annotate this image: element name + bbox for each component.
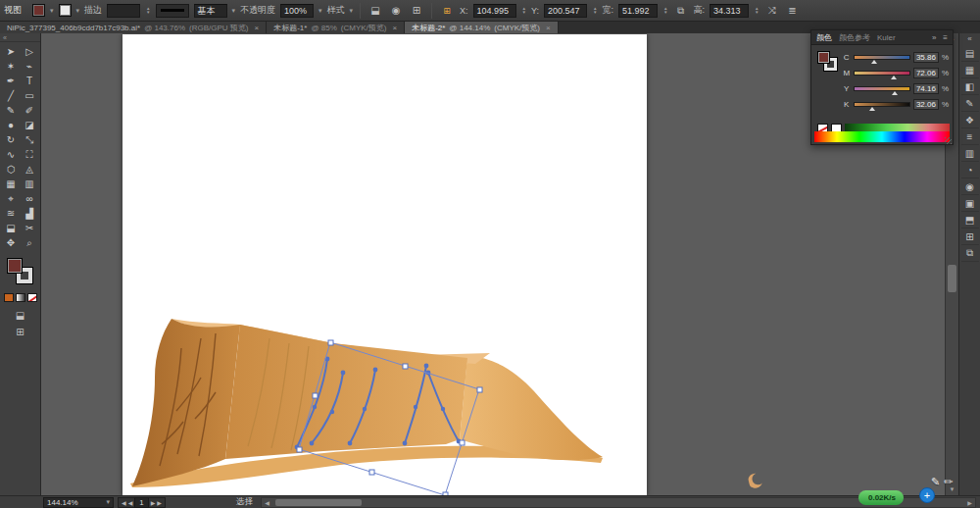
width-field[interactable]: 51.992: [618, 4, 658, 18]
type-tool[interactable]: T: [21, 74, 39, 88]
close-icon[interactable]: ×: [546, 24, 551, 32]
pencil-icon[interactable]: ✏: [944, 476, 953, 488]
collapse-panel-icon[interactable]: »: [932, 33, 936, 42]
prev-artboard-icon[interactable]: ◀: [128, 499, 133, 506]
panel-menu-icon[interactable]: ≡: [943, 33, 948, 42]
cyan-slider-thumb[interactable]: [871, 60, 877, 64]
appearance-panel-icon[interactable]: ◉: [961, 178, 979, 195]
graphic-styles-panel-icon[interactable]: ▣: [961, 195, 979, 212]
next-artboard-icon[interactable]: ▶: [151, 499, 156, 506]
last-artboard-icon[interactable]: ▶: [157, 499, 162, 506]
stroke-panel-icon[interactable]: ≡: [961, 128, 979, 145]
magenta-value-field[interactable]: 72.06: [913, 68, 939, 78]
rotate-tool[interactable]: ↻: [2, 132, 21, 147]
line-segment-tool[interactable]: ╱: [2, 88, 21, 103]
constrain-proportions-icon[interactable]: ⧉: [673, 3, 689, 19]
black-value-field[interactable]: 32.06: [913, 99, 939, 110]
direct-selection-tool[interactable]: ▷: [21, 44, 39, 59]
paintbrush-tool[interactable]: ✎: [2, 103, 21, 118]
magic-wand-tool[interactable]: ✶: [2, 59, 21, 74]
close-icon[interactable]: ×: [392, 24, 397, 32]
add-button[interactable]: +: [919, 487, 935, 503]
black-slider-thumb[interactable]: [869, 107, 875, 111]
color-panel-icon[interactable]: ▤: [961, 45, 979, 62]
eraser-tool[interactable]: ◪: [21, 118, 39, 132]
magenta-slider-thumb[interactable]: [891, 76, 897, 79]
pencil-tool[interactable]: ✐: [21, 103, 39, 118]
yellow-slider[interactable]: [854, 86, 910, 91]
x-spinner[interactable]: ▲▼: [522, 7, 526, 15]
width-spinner[interactable]: ▲▼: [663, 7, 667, 15]
style-dropdown-icon[interactable]: ▾: [350, 7, 354, 15]
transparency-panel-icon[interactable]: ◔: [961, 162, 979, 178]
pen-tool[interactable]: ✒: [2, 74, 21, 88]
cyan-value-field[interactable]: 35.86: [913, 52, 939, 63]
stroke-dropdown-icon[interactable]: ▾: [76, 7, 80, 15]
selection-tool[interactable]: ➤: [2, 44, 21, 59]
eyedropper-tool[interactable]: ⌖: [2, 191, 21, 206]
pen-icon[interactable]: ✎: [931, 476, 940, 488]
transform-menu-icon[interactable]: ⤨: [763, 3, 779, 19]
reference-point-locator-icon[interactable]: ⊞: [439, 3, 455, 19]
yellow-value-field[interactable]: 74.16: [913, 83, 939, 94]
brush-dropdown-icon[interactable]: ▾: [232, 7, 236, 15]
expand-panels-icon[interactable]: «: [967, 33, 971, 45]
x-field[interactable]: 104.995: [473, 4, 516, 18]
vertical-scroll-thumb[interactable]: [948, 265, 956, 292]
hand-tool[interactable]: ✥: [2, 235, 21, 250]
document-setup-icon[interactable]: ⬓: [368, 3, 383, 19]
column-graph-tool[interactable]: ▟: [21, 206, 39, 221]
panel-fill-proxy[interactable]: [817, 51, 830, 64]
free-transform-tool[interactable]: ⛶: [21, 147, 39, 162]
screen-mode-button[interactable]: ⊞: [16, 327, 24, 337]
width-tool[interactable]: ∿: [2, 147, 21, 162]
crescent-shape[interactable]: [747, 472, 763, 490]
artboard[interactable]: [122, 34, 647, 495]
arrange-icon[interactable]: ⊞: [409, 3, 424, 19]
document-tab-3-active[interactable]: 未标题-2* @ 144.14% (CMYK/预览) ×: [405, 22, 559, 33]
artboard-number[interactable]: 1: [134, 497, 148, 508]
tab-kuler[interactable]: Kuler: [877, 33, 896, 42]
color-ramp[interactable]: [845, 124, 950, 131]
swatches-panel-icon[interactable]: ◧: [961, 78, 979, 95]
tab-color[interactable]: 颜色: [816, 32, 832, 43]
color-mode-button[interactable]: [4, 293, 14, 302]
stroke-color-swatch[interactable]: [59, 4, 72, 17]
toolbar-fill-swatch[interactable]: [7, 258, 23, 274]
gradient-panel-icon[interactable]: ▥: [961, 145, 979, 162]
artboard-tool[interactable]: ⬓: [2, 221, 21, 235]
gradient-tool[interactable]: ▥: [21, 177, 39, 191]
opacity-dropdown-icon[interactable]: ▾: [318, 7, 322, 15]
opacity-field[interactable]: 100%: [280, 4, 314, 18]
symbol-sprayer-tool[interactable]: ≋: [2, 206, 21, 221]
first-artboard-icon[interactable]: ◀: [122, 499, 126, 506]
slice-tool[interactable]: ✂: [21, 221, 39, 235]
height-spinner[interactable]: ▲▼: [755, 7, 759, 15]
close-icon[interactable]: ×: [255, 24, 260, 32]
artboards-panel-icon[interactable]: ⊞: [961, 229, 979, 245]
document-tab-2[interactable]: 未标题-1* @ 85% (CMYK/预览) ×: [267, 22, 405, 33]
none-mode-button[interactable]: [27, 293, 37, 302]
lasso-tool[interactable]: ⌁: [21, 59, 39, 74]
drawing-modes-button[interactable]: ⬓: [16, 310, 24, 321]
y-spinner[interactable]: ▲▼: [593, 7, 597, 15]
zoom-tool[interactable]: ⌕: [21, 235, 39, 250]
preferences-icon[interactable]: ◉: [388, 3, 404, 19]
gradient-mode-button[interactable]: [16, 293, 25, 302]
rectangle-tool[interactable]: ▭: [21, 88, 39, 103]
mesh-tool[interactable]: ▦: [2, 177, 21, 191]
brush-definition-field[interactable]: 基本: [194, 4, 227, 18]
panel-resize-grip[interactable]: [945, 137, 952, 144]
yellow-slider-thumb[interactable]: [892, 91, 898, 95]
blend-tool[interactable]: ∞: [21, 191, 39, 206]
fill-color-swatch[interactable]: [32, 4, 45, 17]
tools-collapse-icon[interactable]: «: [0, 33, 40, 42]
black-slider[interactable]: [854, 102, 910, 107]
align-menu-icon[interactable]: ≣: [784, 3, 800, 19]
scale-tool[interactable]: ⤡: [21, 132, 39, 147]
scroll-right-icon[interactable]: ▶: [964, 499, 975, 506]
variable-width-preview[interactable]: [156, 4, 189, 18]
layers-panel-icon[interactable]: ⬒: [961, 212, 979, 229]
horizontal-scroll-thumb[interactable]: [275, 499, 362, 506]
shape-builder-tool[interactable]: ⬡: [2, 162, 21, 177]
